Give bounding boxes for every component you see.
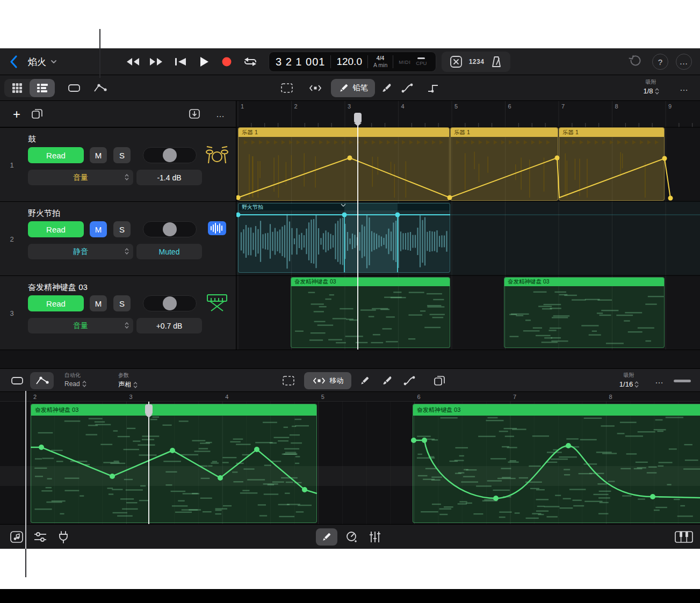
step-edit-tool-button[interactable] bbox=[421, 79, 445, 97]
track-row-drums[interactable]: 1 鼓 Read M S 音量 -1.4 dB bbox=[0, 127, 236, 201]
snap-control[interactable]: 吸附 1/8 bbox=[633, 78, 669, 95]
track-automation-curves[interactable] bbox=[236, 101, 700, 350]
grid-view-button[interactable] bbox=[4, 79, 30, 97]
param-value-field[interactable]: -1.4 dB bbox=[136, 170, 202, 185]
add-track-button[interactable]: + bbox=[9, 106, 25, 123]
arrange-area[interactable]: 123456789 乐器 1 乐器 1 乐器 1 野火节拍 奋发精神键盘 03 … bbox=[236, 101, 700, 350]
browser-button[interactable] bbox=[8, 528, 26, 546]
editor-resize-handle[interactable] bbox=[674, 380, 691, 382]
playhead-handle[interactable] bbox=[354, 113, 362, 123]
slider-knob[interactable] bbox=[163, 222, 177, 236]
stepper-arrows-icon bbox=[125, 174, 129, 180]
track-row-audio[interactable]: 2 野火节拍 Read M S 静音 Muted bbox=[0, 201, 236, 275]
plugins-button[interactable] bbox=[55, 528, 72, 546]
back-button[interactable] bbox=[9, 54, 21, 69]
forward-button[interactable] bbox=[146, 48, 167, 75]
automation-mode-button[interactable]: Read bbox=[28, 221, 84, 237]
track-slider[interactable] bbox=[143, 221, 197, 237]
rewind-button[interactable] bbox=[122, 48, 143, 75]
editor-move-tool-button[interactable]: 移动 bbox=[304, 372, 351, 389]
automation-param-dropdown[interactable]: 静音 bbox=[28, 244, 133, 259]
editor-curve-tool-button[interactable] bbox=[400, 372, 420, 389]
editor-marquee-tool-button[interactable] bbox=[278, 372, 299, 389]
marquee-icon bbox=[282, 375, 295, 386]
automation-icon bbox=[93, 83, 107, 93]
solo-button[interactable]: S bbox=[113, 147, 131, 163]
cycle-icon bbox=[242, 56, 258, 68]
midi-indicator: MIDI bbox=[399, 59, 410, 65]
automation-param-dropdown[interactable]: 音量 bbox=[28, 318, 133, 333]
go-to-beginning-icon bbox=[174, 56, 187, 67]
playhead-line[interactable] bbox=[357, 116, 358, 350]
brush-tool-button[interactable] bbox=[377, 79, 395, 97]
automation-parameter-control[interactable]: 参数 声相 bbox=[118, 372, 138, 389]
pencil-tool-label: 铅笔 bbox=[353, 83, 368, 93]
snap-label: 吸附 bbox=[612, 372, 646, 379]
marquee-tool-button[interactable] bbox=[276, 79, 298, 97]
go-to-beginning-button[interactable] bbox=[170, 48, 191, 75]
editor-automation-button[interactable] bbox=[30, 372, 54, 389]
track-row-keys[interactable]: 3 奋发精神键盘 03 Read M S 音量 +0.7 dB bbox=[0, 275, 236, 350]
track-headers-more-button[interactable]: … bbox=[211, 106, 230, 123]
param-value-field[interactable]: +0.7 dB bbox=[136, 318, 202, 333]
count-in-button[interactable]: 1234 bbox=[469, 58, 485, 66]
delete-take-icon[interactable] bbox=[449, 55, 463, 69]
edit-mode-pencil-button[interactable] bbox=[316, 528, 337, 546]
automation-mode-button[interactable]: Read bbox=[28, 147, 84, 163]
play-icon bbox=[198, 55, 210, 68]
metronome-icon[interactable] bbox=[490, 55, 503, 68]
automation-mode-button[interactable]: Read bbox=[28, 295, 84, 311]
rewind-icon bbox=[125, 56, 141, 67]
more-options-button[interactable]: … bbox=[676, 54, 692, 70]
duplicate-track-button[interactable] bbox=[31, 108, 43, 119]
view-more-button[interactable]: … bbox=[676, 80, 692, 96]
editor-regions-button[interactable] bbox=[8, 372, 27, 389]
mute-button[interactable]: M bbox=[90, 295, 107, 311]
record-button[interactable] bbox=[217, 48, 237, 75]
move-tool-button[interactable] bbox=[303, 79, 328, 97]
pencil-tool-button[interactable]: 铅笔 bbox=[331, 79, 375, 97]
cpu-meter: CPU bbox=[416, 57, 427, 66]
editor-snap-control[interactable]: 吸附 1/16 bbox=[612, 372, 646, 388]
tracks-view-button[interactable] bbox=[30, 79, 55, 97]
solo-button[interactable]: S bbox=[113, 221, 131, 237]
slider-knob[interactable] bbox=[163, 296, 177, 310]
curve-tool-icon bbox=[403, 375, 416, 386]
snap-value: 1/16 bbox=[619, 380, 633, 388]
undo-button[interactable] bbox=[627, 55, 641, 68]
automation-param-dropdown[interactable]: 音量 bbox=[28, 170, 133, 185]
help-button[interactable]: ? bbox=[652, 54, 668, 70]
editor-pencil-tool-button[interactable] bbox=[356, 372, 374, 389]
editor-brush-tool-button[interactable] bbox=[377, 372, 396, 389]
velocity-dial-button[interactable] bbox=[342, 528, 361, 546]
solo-button[interactable]: S bbox=[113, 295, 131, 311]
editor-playhead-line[interactable] bbox=[148, 402, 149, 524]
automation-curve-tool-button[interactable] bbox=[398, 79, 418, 97]
slider-knob[interactable] bbox=[163, 148, 177, 162]
regions-view-button[interactable] bbox=[63, 79, 85, 97]
editor-copy-tool-button[interactable] bbox=[429, 372, 450, 389]
import-button[interactable] bbox=[188, 108, 201, 120]
track-slider[interactable] bbox=[143, 147, 197, 163]
pan-automation-curves[interactable] bbox=[0, 402, 700, 524]
view-switcher bbox=[4, 79, 55, 97]
track-slider[interactable] bbox=[143, 295, 197, 311]
controls-button[interactable] bbox=[31, 528, 49, 546]
lcd-display[interactable]: 3 2 1 001 120.0 4/4 A min MIDI CPU bbox=[269, 52, 436, 72]
cycle-button[interactable] bbox=[240, 48, 261, 75]
mute-button[interactable]: M bbox=[90, 147, 107, 163]
editor-more-button[interactable]: … bbox=[651, 372, 667, 389]
automation-editor-toolbar: 自动化 Read 参数 声相 移动 bbox=[0, 368, 700, 392]
play-button[interactable] bbox=[194, 48, 214, 75]
param-value-field[interactable]: Muted bbox=[136, 244, 202, 259]
automation-editor-area[interactable]: 奋发精神键盘 03 奋发精神键盘 03 bbox=[0, 402, 700, 524]
mute-button-active[interactable]: M bbox=[90, 221, 107, 237]
editor-playhead-handle[interactable] bbox=[145, 404, 153, 415]
editor-bar-ruler[interactable]: 2345678 bbox=[0, 392, 700, 402]
snap-label: 吸附 bbox=[633, 78, 669, 86]
automation-mode-control[interactable]: 自动化 Read bbox=[64, 372, 86, 388]
automation-view-button[interactable] bbox=[88, 79, 112, 97]
keyboard-button[interactable] bbox=[673, 528, 695, 546]
mixer-button[interactable] bbox=[365, 528, 385, 546]
project-menu[interactable]: 焰火 bbox=[28, 48, 57, 75]
